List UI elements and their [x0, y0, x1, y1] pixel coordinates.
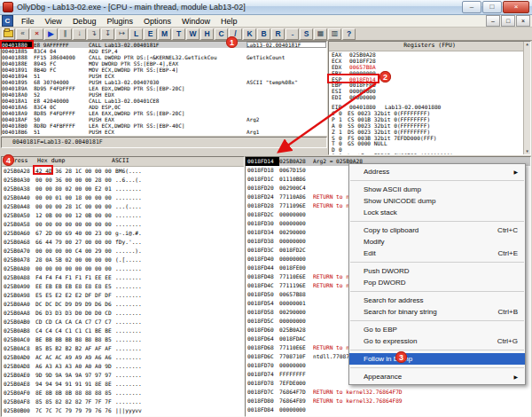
dump-row[interactable]: 025B0AA0DC DC DC D9 D9 D9 D6 D6........ — [2, 300, 244, 309]
run-button[interactable]: ▶ — [44, 28, 58, 40]
close-program-button[interactable]: × — [30, 28, 43, 40]
disasm-row[interactable]: 0040188583C4 04ADD ESP,4 — [2, 48, 326, 54]
view-log-button[interactable]: L — [129, 28, 143, 40]
menu-item-search-for-binary-string[interactable]: Search for binary stringCtrl+B — [349, 306, 525, 318]
disasm-row[interactable]: 004018A683C4 0CADD ESP,0C — [2, 104, 326, 110]
animate-into-button[interactable]: ↧ — [101, 28, 114, 40]
menu-item-show-unicode-dump[interactable]: Show UNICODE dump — [349, 195, 525, 207]
dump-row[interactable]: 025B0A5800 00 00 00 00 00 00 00........ — [2, 220, 244, 229]
menu-item-address[interactable]: Address▶ — [349, 166, 525, 177]
dump-pane[interactable]: Address Hex dump ASCII 025B0A2842 4D 36 … — [1, 156, 245, 417]
child-close-button[interactable]: × — [516, 15, 530, 27]
dump-row[interactable]: 025B0AF08E 8B 8B 8B 88 88 88 85........ — [2, 389, 244, 397]
flag-row-z[interactable]: Z1DS 0023 32bit 0(FFFFFFFF) — [332, 130, 530, 136]
register-row-eip[interactable]: EIP00401880Lab13-02.00401880 — [332, 105, 530, 111]
menubar-item-plugins[interactable]: Plugins — [101, 16, 138, 27]
view-call-stack-button[interactable]: K — [243, 28, 256, 40]
dump-row[interactable]: 025B0A3800 00 80 02 00 00 E2 01........ — [2, 185, 244, 193]
disasm-row[interactable]: 0040189451PUSH ECX — [2, 73, 326, 79]
dump-row[interactable]: 025B0A4000 00 01 00 18 00 00 00........ — [2, 193, 244, 202]
stack-row[interactable]: 0018FD8076864F89RETURN to kernel32.76864… — [246, 397, 530, 405]
flag-row-d[interactable]: D0 — [332, 147, 530, 153]
view-references-button[interactable]: R — [271, 28, 285, 40]
menubar-item-window[interactable]: Window — [176, 16, 215, 27]
disasm-row[interactable]: 0040188E8945 FCMOV DWORD PTR SS:[EBP-4],… — [2, 60, 326, 67]
dump-row[interactable]: 025B0B007C 7C 7C 79 79 79 76 76|||yyyvv — [2, 406, 244, 415]
scroll-up-icon[interactable]: ▲ — [526, 42, 528, 47]
dump-row[interactable]: 025B0A6067 2D 00 69 40 00 23 00g-.i@.#. — [2, 229, 244, 238]
dump-row[interactable]: 025B0A4800 00 00 28 1C 00 00 00...(.... — [2, 202, 244, 211]
view-memory-button[interactable]: M — [158, 28, 171, 40]
scroll-down-icon[interactable]: ▼ — [526, 149, 528, 154]
step-into-button[interactable]: ↓ — [73, 28, 86, 40]
dump-row[interactable]: 025B0A6866 44 79 00 27 00 00 00fDy.'... — [2, 238, 244, 247]
options-button[interactable]: ▥ — [328, 28, 341, 40]
view-run-trace-button[interactable]: ... — [286, 28, 299, 40]
flag-row-p[interactable]: P1CS 001B 32bit 0(FFFFFFFF) — [332, 117, 530, 123]
registers-scrollbar[interactable]: ▲ ▼ — [523, 42, 530, 154]
dump-row[interactable]: 025B0AB0CD CD CA CA CA C7 C7 C7........ — [2, 318, 244, 327]
disasm-row[interactable]: 004018B651PUSH ECXArg1 — [2, 129, 326, 135]
restart-button[interactable]: « — [16, 28, 29, 40]
menubar-item-options[interactable]: Options — [138, 16, 176, 27]
menu-item-copy-to-clipboard[interactable]: Copy to clipboardCtrl+C — [349, 224, 525, 236]
stack-row[interactable]: 0018FD8400000000 — [246, 405, 530, 414]
dump-row[interactable]: 025B0A88F4 F4 F4 F1 F1 F1 EE EE........ — [2, 273, 244, 282]
menu-item-pop-dword[interactable]: Pop DWORD — [349, 277, 525, 288]
dump-row[interactable]: 025B0A3000 00 36 00 00 00 28 00..6...(. — [2, 176, 244, 185]
view-executables-button[interactable]: E — [144, 28, 157, 40]
menu-item-modify[interactable]: Modify — [349, 236, 525, 248]
menu-item-follow-in-dump[interactable]: Follow in Dump — [349, 353, 525, 365]
menubar-item-debug[interactable]: Debug — [67, 16, 102, 27]
disasm-row[interactable]: 00401888FF15 38604000CALL DWORD PTR DS:[… — [2, 54, 326, 60]
flag-row-t[interactable]: T0GS 0000 NULL — [332, 141, 530, 147]
open-file-button[interactable] — [2, 28, 15, 40]
disasm-row[interactable]: 0040189568 30704000PUSH Lab13-02.0040703… — [2, 79, 326, 85]
child-minimize-button[interactable]: – — [486, 15, 500, 27]
menu-item-search-for-address[interactable]: Search for address — [349, 295, 525, 306]
dump-row[interactable]: 025B0A7828 0A 5B 02 00 00 00 00(.[..... — [2, 256, 244, 264]
register-row-edi[interactable]: EDI00000000 — [332, 95, 530, 101]
maximize-button[interactable]: □ — [482, 1, 502, 13]
debug-windows-button[interactable]: ▦ — [314, 28, 327, 40]
flag-row-o[interactable]: O0LastErr ERROR_SUCCESS (00000000) — [332, 153, 530, 155]
child-restore-button[interactable]: □ — [501, 15, 515, 27]
menu-item-push-dword[interactable]: Push DWORD — [349, 265, 525, 277]
dump-row[interactable]: 025B0AB8C4 C4 C4 C1 C1 C1 BE BE........ — [2, 327, 244, 335]
step-over-button[interactable]: ↴ — [87, 28, 100, 40]
flag-row-s[interactable]: S0FS 003B 32bit 7EFDD000(FFF) — [332, 136, 530, 142]
registers-pane[interactable]: Registers (FPU) EAX025B0A28ECX0018FF28ED… — [328, 41, 531, 155]
menu-item-edit[interactable]: EditCtrl+E — [349, 248, 525, 259]
minimize-button[interactable]: – — [462, 1, 481, 13]
dump-row[interactable]: 025B0AA8D6 D3 D3 D3 D0 D0 D0 CD........ — [2, 309, 244, 318]
disasm-row[interactable]: 0040189A8D95 F4FDFFFFLEA EDX,DWORD PTR S… — [2, 85, 326, 91]
help-button[interactable]: ? — [342, 28, 356, 40]
dump-row[interactable]: 025B0A5012 0B 00 00 12 0B 00 00........ — [2, 211, 244, 220]
view-threads-button[interactable]: T — [172, 28, 185, 40]
flag-row-c[interactable]: C0ES 0023 32bit 0(FFFFFFFF) — [332, 111, 530, 117]
pause-button[interactable]: ∥ — [59, 28, 72, 40]
menu-item-show-ascii-dump[interactable]: Show ASCII dump — [349, 184, 525, 195]
dump-row[interactable]: 025B0AC8B5 B5 B2 B2 B2 AF AF AF........ — [2, 344, 244, 353]
dump-row[interactable]: 025B0AE894 94 94 91 91 91 8E 8E........ — [2, 380, 244, 389]
disasm-row[interactable]: 00401880E8 9AFFFFFFCALL Lab13-02.0040181… — [2, 42, 326, 48]
dump-row[interactable]: 025B0AD8A6 A3 A3 A3 A0 A0 A0 9D........ — [2, 362, 244, 371]
disasm-row[interactable]: 004018B08D8D F4FBFFFFLEA ECX,DWORD PTR S… — [2, 122, 326, 129]
menu-item-go-to-ebp[interactable]: Go to EBP — [349, 324, 525, 335]
menubar-item-file[interactable]: File — [16, 16, 40, 27]
disasm-row[interactable]: 004018918B4D FCMOV ECX,DWORD PTR SS:[EBP… — [2, 67, 326, 73]
menu-item-lock-stack[interactable]: Lock stack — [349, 207, 525, 218]
disasm-row[interactable]: 004018A98D85 F4FDFFFFLEA EAX,DWORD PTR S… — [2, 110, 326, 116]
dump-row[interactable]: 025B0A90EE EB EB EB E8 E8 E8 E5........ — [2, 282, 244, 291]
dump-row[interactable]: 025B0AD0AC AC AC A9 A9 A9 A6 A6........ — [2, 353, 244, 362]
dump-row[interactable]: 025B0AF885 85 82 82 82 7F 7F 7F........ — [2, 397, 244, 406]
dump-row[interactable]: 025B0A98E5 E5 E2 E2 E2 DF DF DF........ — [2, 291, 244, 300]
view-breakpoints-button[interactable]: B — [257, 28, 270, 40]
menu-item-appearance[interactable]: Appearance▶ — [349, 371, 525, 382]
disasm-row[interactable]: 004018A1E8 42040000CALL Lab13-02.00401CE… — [2, 98, 326, 104]
view-cpu-button[interactable]: C — [215, 28, 228, 40]
dump-row[interactable]: 025B0AE09D 9D 9A 9A 9A 97 97 97........ — [2, 371, 244, 380]
animate-over-button[interactable]: ↦ — [115, 28, 129, 40]
flag-row-a[interactable]: A0SS 0023 32bit 0(FFFFFFFF) — [332, 123, 530, 130]
close-button[interactable]: × — [503, 1, 529, 13]
